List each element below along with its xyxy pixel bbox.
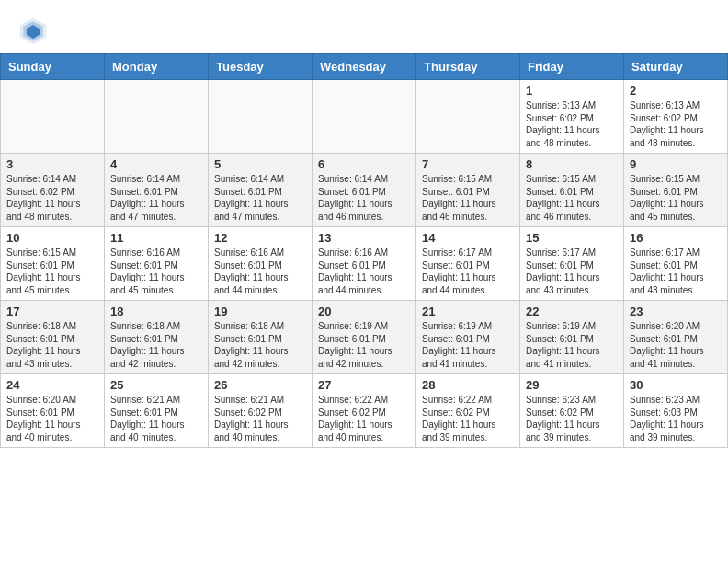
calendar-week-5: 24Sunrise: 6:20 AM Sunset: 6:01 PM Dayli… [1,374,728,448]
calendar-day-1: 1Sunrise: 6:13 AM Sunset: 6:02 PM Daylig… [520,80,624,154]
day-number: 25 [110,378,202,392]
day-info: Sunrise: 6:14 AM Sunset: 6:01 PM Dayligh… [318,173,410,223]
calendar-day-30: 30Sunrise: 6:23 AM Sunset: 6:03 PM Dayli… [624,374,728,448]
calendar-day-4: 4Sunrise: 6:14 AM Sunset: 6:01 PM Daylig… [105,154,209,227]
day-number: 30 [630,378,722,392]
calendar-day-8: 8Sunrise: 6:15 AM Sunset: 6:01 PM Daylig… [520,154,624,227]
calendar-table: SundayMondayTuesdayWednesdayThursdayFrid… [0,53,728,448]
day-number: 9 [630,157,722,171]
calendar-week-2: 3Sunrise: 6:14 AM Sunset: 6:02 PM Daylig… [1,154,728,227]
day-info: Sunrise: 6:21 AM Sunset: 6:02 PM Dayligh… [214,394,306,443]
calendar-week-3: 10Sunrise: 6:15 AM Sunset: 6:01 PM Dayli… [1,227,728,301]
weekday-header-thursday: Thursday [416,54,520,80]
logo-icon [18,17,48,46]
day-info: Sunrise: 6:16 AM Sunset: 6:01 PM Dayligh… [214,247,306,296]
day-info: Sunrise: 6:16 AM Sunset: 6:01 PM Dayligh… [110,247,202,296]
day-number: 13 [318,231,410,245]
weekday-header-wednesday: Wednesday [313,54,416,80]
calendar-day-empty [313,80,416,154]
weekday-header-friday: Friday [520,54,624,80]
calendar-day-20: 20Sunrise: 6:19 AM Sunset: 6:01 PM Dayli… [313,301,416,374]
day-number: 10 [6,231,98,245]
calendar-day-13: 13Sunrise: 6:16 AM Sunset: 6:01 PM Dayli… [313,227,416,301]
day-number: 27 [318,378,410,392]
day-number: 15 [526,231,618,245]
calendar-day-29: 29Sunrise: 6:23 AM Sunset: 6:02 PM Dayli… [520,374,624,448]
day-number: 18 [110,304,202,318]
day-info: Sunrise: 6:19 AM Sunset: 6:01 PM Dayligh… [422,320,514,370]
day-number: 23 [630,304,722,318]
calendar-day-26: 26Sunrise: 6:21 AM Sunset: 6:02 PM Dayli… [209,374,313,448]
day-number: 11 [110,231,202,245]
day-number: 4 [110,157,202,171]
calendar-week-1: 1Sunrise: 6:13 AM Sunset: 6:02 PM Daylig… [1,80,728,154]
day-number: 16 [630,231,722,245]
weekday-header-row: SundayMondayTuesdayWednesdayThursdayFrid… [1,54,728,80]
day-info: Sunrise: 6:20 AM Sunset: 6:01 PM Dayligh… [6,394,98,443]
day-number: 29 [526,378,618,392]
day-info: Sunrise: 6:15 AM Sunset: 6:01 PM Dayligh… [6,247,98,296]
day-info: Sunrise: 6:22 AM Sunset: 6:02 PM Dayligh… [318,394,410,443]
calendar-day-empty [209,80,313,154]
day-number: 12 [214,231,306,245]
day-info: Sunrise: 6:14 AM Sunset: 6:01 PM Dayligh… [214,173,306,223]
day-info: Sunrise: 6:19 AM Sunset: 6:01 PM Dayligh… [526,320,618,370]
calendar-day-25: 25Sunrise: 6:21 AM Sunset: 6:01 PM Dayli… [105,374,209,448]
day-info: Sunrise: 6:20 AM Sunset: 6:01 PM Dayligh… [630,320,722,370]
calendar-day-3: 3Sunrise: 6:14 AM Sunset: 6:02 PM Daylig… [1,154,105,227]
day-info: Sunrise: 6:18 AM Sunset: 6:01 PM Dayligh… [6,320,98,370]
calendar-day-21: 21Sunrise: 6:19 AM Sunset: 6:01 PM Dayli… [416,301,520,374]
day-number: 20 [318,304,410,318]
calendar-day-18: 18Sunrise: 6:18 AM Sunset: 6:01 PM Dayli… [105,301,209,374]
day-info: Sunrise: 6:17 AM Sunset: 6:01 PM Dayligh… [526,247,618,296]
day-number: 6 [318,157,410,171]
day-info: Sunrise: 6:19 AM Sunset: 6:01 PM Dayligh… [318,320,410,370]
calendar-day-empty [416,80,520,154]
logo [18,17,51,46]
day-number: 22 [526,304,618,318]
day-number: 26 [214,378,306,392]
calendar-day-9: 9Sunrise: 6:15 AM Sunset: 6:01 PM Daylig… [624,154,728,227]
day-info: Sunrise: 6:17 AM Sunset: 6:01 PM Dayligh… [422,247,514,296]
day-info: Sunrise: 6:22 AM Sunset: 6:02 PM Dayligh… [422,394,514,443]
day-number: 1 [526,84,618,98]
day-info: Sunrise: 6:21 AM Sunset: 6:01 PM Dayligh… [110,394,202,443]
calendar-day-2: 2Sunrise: 6:13 AM Sunset: 6:02 PM Daylig… [624,80,728,154]
weekday-header-tuesday: Tuesday [209,54,313,80]
calendar-day-empty [105,80,209,154]
day-info: Sunrise: 6:14 AM Sunset: 6:01 PM Dayligh… [110,173,202,223]
day-info: Sunrise: 6:16 AM Sunset: 6:01 PM Dayligh… [318,247,410,296]
day-number: 24 [6,378,98,392]
calendar-week-4: 17Sunrise: 6:18 AM Sunset: 6:01 PM Dayli… [1,301,728,374]
day-info: Sunrise: 6:15 AM Sunset: 6:01 PM Dayligh… [422,173,514,223]
calendar-day-empty [1,80,105,154]
day-number: 8 [526,157,618,171]
day-info: Sunrise: 6:13 AM Sunset: 6:02 PM Dayligh… [526,99,618,149]
calendar-day-19: 19Sunrise: 6:18 AM Sunset: 6:01 PM Dayli… [209,301,313,374]
calendar-day-12: 12Sunrise: 6:16 AM Sunset: 6:01 PM Dayli… [209,227,313,301]
calendar-day-15: 15Sunrise: 6:17 AM Sunset: 6:01 PM Dayli… [520,227,624,301]
calendar-day-10: 10Sunrise: 6:15 AM Sunset: 6:01 PM Dayli… [1,227,105,301]
day-info: Sunrise: 6:17 AM Sunset: 6:01 PM Dayligh… [630,247,722,296]
day-info: Sunrise: 6:15 AM Sunset: 6:01 PM Dayligh… [526,173,618,223]
weekday-header-saturday: Saturday [624,54,728,80]
calendar-day-27: 27Sunrise: 6:22 AM Sunset: 6:02 PM Dayli… [313,374,416,448]
day-number: 14 [422,231,514,245]
calendar-day-22: 22Sunrise: 6:19 AM Sunset: 6:01 PM Dayli… [520,301,624,374]
day-info: Sunrise: 6:14 AM Sunset: 6:02 PM Dayligh… [6,173,98,223]
day-number: 7 [422,157,514,171]
calendar-day-11: 11Sunrise: 6:16 AM Sunset: 6:01 PM Dayli… [105,227,209,301]
day-number: 3 [6,157,98,171]
calendar-day-24: 24Sunrise: 6:20 AM Sunset: 6:01 PM Dayli… [1,374,105,448]
calendar-day-6: 6Sunrise: 6:14 AM Sunset: 6:01 PM Daylig… [313,154,416,227]
calendar-day-17: 17Sunrise: 6:18 AM Sunset: 6:01 PM Dayli… [1,301,105,374]
weekday-header-sunday: Sunday [1,54,105,80]
calendar-day-14: 14Sunrise: 6:17 AM Sunset: 6:01 PM Dayli… [416,227,520,301]
day-number: 5 [214,157,306,171]
weekday-header-monday: Monday [105,54,209,80]
calendar-day-5: 5Sunrise: 6:14 AM Sunset: 6:01 PM Daylig… [209,154,313,227]
day-info: Sunrise: 6:15 AM Sunset: 6:01 PM Dayligh… [630,173,722,223]
day-number: 19 [214,304,306,318]
day-number: 2 [630,84,722,98]
day-info: Sunrise: 6:13 AM Sunset: 6:02 PM Dayligh… [630,99,722,149]
